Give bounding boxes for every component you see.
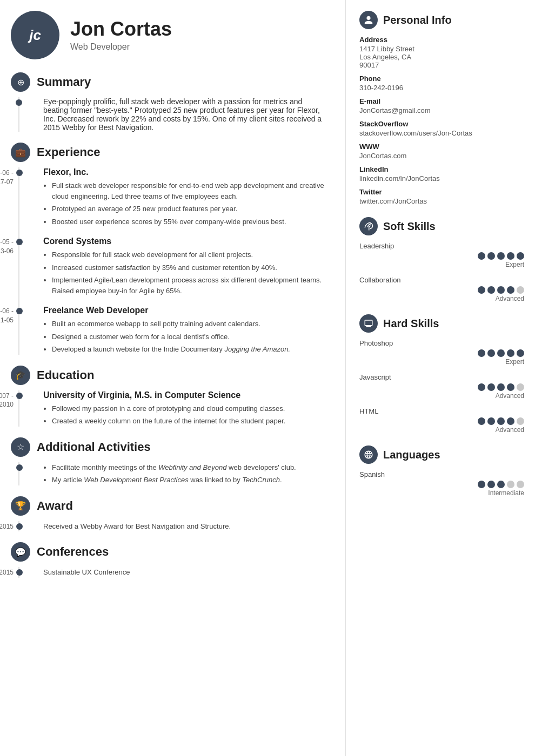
award-text-1: Received a Webby Award for Best Navigati… <box>43 521 329 532</box>
award-content-1: Received a Webby Award for Best Navigati… <box>43 521 329 532</box>
timeline-dot <box>16 464 23 471</box>
list-item: Built an ecommerce webapp to sell potty … <box>52 319 329 329</box>
info-phone: Phone 310-242-0196 <box>359 75 524 92</box>
summary-dot <box>16 99 22 106</box>
education-timeline: 2007 -2010 University of Virginia, M.S. … <box>11 390 329 427</box>
skill-spanish: Spanish Intermediate <box>359 470 524 497</box>
graduation-icon: 🎓 <box>11 366 30 385</box>
award-date-1: 2015 <box>0 522 14 531</box>
education-bullets-1: Followed my passion in a core of prototy… <box>43 403 329 427</box>
summary-text: Eye-poppingly prolific, full stack web d… <box>43 97 329 132</box>
skill-javascript: Javascript Advanced <box>359 373 524 400</box>
experience-date-2: 2011-05 -2013-06 <box>0 238 14 256</box>
award-item-1: 2015 Received a Webby Award for Best Nav… <box>43 521 329 532</box>
conferences-title: Conferences <box>37 545 109 559</box>
info-linkedin: LinkedIn linkedin.com/in/JonCortas <box>359 165 524 183</box>
conference-date-1: 2015 <box>0 568 14 577</box>
soft-skills-title: Soft Skills <box>383 220 436 233</box>
experience-date-1: 2013-06 -2017-07 <box>0 168 14 187</box>
experience-bullets-1: Full stack web developer responsible for… <box>43 180 329 227</box>
skill-html: HTML Advanced <box>359 407 524 434</box>
avatar: jc <box>11 11 59 59</box>
personal-info-section: Personal Info Address 1417 Libby StreetL… <box>359 11 524 205</box>
resume-header: jc Jon Cortas Web Developer <box>11 11 329 59</box>
award-title: Award <box>37 499 73 513</box>
info-www: WWW JonCortas.com <box>359 143 524 160</box>
experience-content-1: Flexor, Inc. Full stack web developer re… <box>43 167 329 227</box>
summary-section: ⊕ Summary Eye-poppingly prolific, full s… <box>11 72 329 132</box>
list-item: Increased customer satisfaction by 35% a… <box>52 262 329 273</box>
list-item: Developed a launch website for the Indie… <box>52 344 329 355</box>
timeline-dot <box>16 523 23 530</box>
soft-skills-section: Soft Skills Leadership Expert Collaborat… <box>359 217 524 302</box>
info-address: Address 1417 Libby StreetLos Angeles, CA… <box>359 36 524 69</box>
left-column: jc Jon Cortas Web Developer ⊕ Summary Ey… <box>0 0 346 756</box>
timeline-dot <box>16 239 23 245</box>
conference-content-1: Sustainable UX Conference <box>43 567 329 578</box>
skill-level-spanish: Intermediate <box>359 489 524 497</box>
hard-skills-header: Hard Skills <box>359 314 524 333</box>
right-column: Personal Info Address 1417 Libby StreetL… <box>346 0 535 756</box>
experience-item-2: 2011-05 -2013-06 Corend Systems Responsi… <box>43 237 329 296</box>
experience-bullets-3: Built an ecommerce webapp to sell potty … <box>43 319 329 355</box>
skill-level-html: Advanced <box>359 426 524 434</box>
conference-item-1: 2015 Sustainable UX Conference <box>43 567 329 578</box>
languages-header: Languages <box>359 446 524 464</box>
skill-level-photoshop: Expert <box>359 358 524 366</box>
additional-item-1: Facilitate monthly meetings of the Webfi… <box>43 462 329 485</box>
header-text: Jon Cortas Web Developer <box>70 18 172 52</box>
list-item: My article Web Development Best Practice… <box>52 475 329 485</box>
additional-title: Additional Activities <box>37 440 151 454</box>
education-section: 🎓 Education 2007 -2010 University of Vir… <box>11 366 329 427</box>
languages-section: Languages Spanish Intermediate <box>359 446 524 497</box>
timeline-dot <box>16 393 23 399</box>
hard-skills-title: Hard Skills <box>383 318 439 330</box>
monitor-icon <box>359 314 378 333</box>
skill-leadership: Leadership Expert <box>359 242 524 268</box>
skill-level-collaboration: Advanced <box>359 295 524 302</box>
education-item-1: 2007 -2010 University of Virginia, M.S. … <box>43 390 329 427</box>
experience-content-2: Corend Systems Responsible for full stac… <box>43 237 329 296</box>
timeline-dot <box>16 308 23 314</box>
star-icon: ☆ <box>11 437 30 457</box>
skill-dots-spanish <box>359 481 524 488</box>
experience-item-1: 2013-06 -2017-07 Flexor, Inc. Full stack… <box>43 167 329 227</box>
candidate-name: Jon Cortas <box>70 18 172 40</box>
experience-timeline: 2013-06 -2017-07 Flexor, Inc. Full stack… <box>11 167 329 355</box>
experience-content-3: Freelance Web Developer Built an ecommer… <box>43 306 329 355</box>
experience-title: Experience <box>37 145 100 159</box>
personal-info-header: Personal Info <box>359 11 524 29</box>
list-item: Followed my passion in a core of prototy… <box>52 403 329 414</box>
experience-company-2: Corend Systems <box>43 237 329 246</box>
skill-dots-collaboration <box>359 286 524 294</box>
education-date-1: 2007 -2010 <box>0 392 14 410</box>
languages-title: Languages <box>383 449 440 461</box>
candidate-title: Web Developer <box>70 42 172 52</box>
conferences-header: 💬 Conferences <box>11 542 329 562</box>
experience-section: 💼 Experience 2013-06 -2017-07 Flexor, In… <box>11 143 329 355</box>
experience-date-3: 2010-06 -2011-05 <box>0 307 14 325</box>
award-icon: 🏆 <box>11 496 30 516</box>
award-timeline: 2015 Received a Webby Award for Best Nav… <box>11 521 329 532</box>
education-title: Education <box>37 368 94 382</box>
skill-photoshop: Photoshop Expert <box>359 339 524 366</box>
award-header: 🏆 Award <box>11 496 329 516</box>
experience-bullets-2: Responsible for full stack web developme… <box>43 249 329 296</box>
award-section: 🏆 Award 2015 Received a Webby Award for … <box>11 496 329 532</box>
experience-header: 💼 Experience <box>11 143 329 162</box>
list-item: Responsible for full stack web developme… <box>52 249 329 260</box>
skill-level-leadership: Expert <box>359 261 524 268</box>
additional-timeline: Facilitate monthly meetings of the Webfi… <box>11 462 329 485</box>
language-icon <box>359 446 378 464</box>
education-content-1: University of Virginia, M.S. in Computer… <box>43 390 329 427</box>
list-item: Full stack web developer responsible for… <box>52 180 329 201</box>
experience-company-3: Freelance Web Developer <box>43 306 329 315</box>
conferences-section: 💬 Conferences 2015 Sustainable UX Confer… <box>11 542 329 578</box>
skill-dots-photoshop <box>359 349 524 357</box>
globe-icon: ⊕ <box>11 72 30 92</box>
summary-header: ⊕ Summary <box>11 72 329 92</box>
additional-content-1: Facilitate monthly meetings of the Webfi… <box>43 462 329 485</box>
info-stackoverflow: StackOverflow stackoverflow.com/users/Jo… <box>359 120 524 137</box>
briefcase-icon: 💼 <box>11 143 30 162</box>
additional-section: ☆ Additional Activities Facilitate month… <box>11 437 329 485</box>
